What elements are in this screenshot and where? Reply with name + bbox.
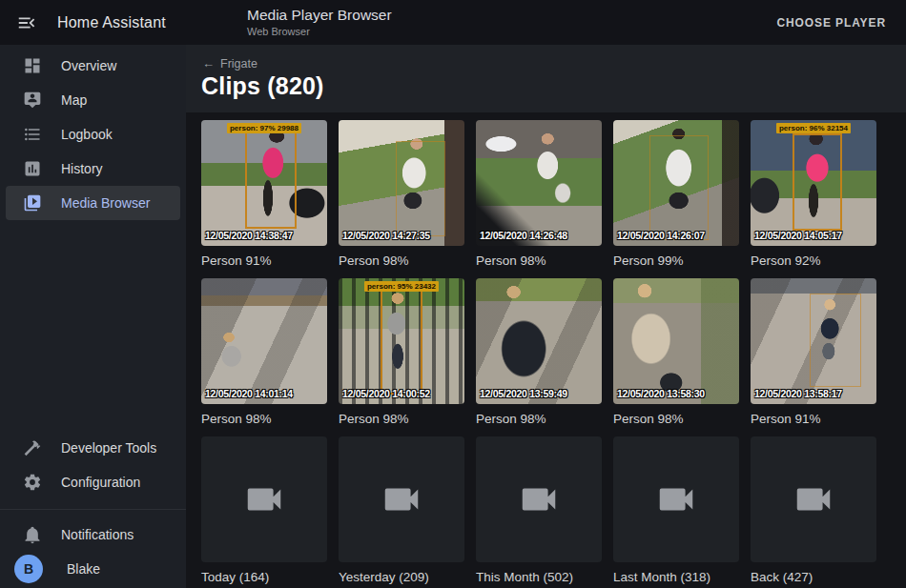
list-icon [23, 125, 42, 144]
sidebar-item-configuration[interactable]: Configuration [6, 465, 180, 499]
sidebar-item-label: Map [61, 92, 87, 108]
folder-card-last-month[interactable]: Last Month (318) [613, 436, 739, 588]
sidebar-item-logbook[interactable]: Logbook [6, 117, 180, 152]
clip-card[interactable]: person: 97% 29988 12/05/2020 14:38:47 Pe… [201, 120, 327, 278]
clip-card[interactable]: 12/05/2020 14:26:48 Person 98% [476, 120, 602, 278]
clip-thumbnail: 12/05/2020 14:26:48 [476, 120, 602, 246]
clip-thumbnail: 12/05/2020 13:59:49 [476, 278, 602, 404]
clip-card[interactable]: 12/05/2020 13:58:17 Person 91% [751, 278, 876, 436]
sidebar-item-label: Configuration [61, 475, 140, 490]
clip-timestamp: 12/05/2020 14:05:17 [754, 230, 842, 241]
clip-label: Person 99% [613, 253, 739, 268]
clip-timestamp: 12/05/2020 13:58:30 [617, 388, 705, 399]
video-camera-icon [517, 477, 561, 521]
user-avatar: B [14, 555, 43, 583]
clip-timestamp: 12/05/2020 14:26:48 [480, 230, 567, 241]
header-title: Media Player Browser [247, 7, 392, 24]
clip-card[interactable]: person: 95% 23432 12/05/2020 14:00:52 Pe… [339, 278, 464, 436]
clip-card[interactable]: 12/05/2020 14:01:14 Person 98% [201, 278, 327, 436]
folder-thumbnail [613, 436, 739, 562]
clip-thumbnail: person: 96% 32154 12/05/2020 14:05:17 [751, 120, 876, 246]
folder-thumbnail [751, 436, 876, 562]
clip-card[interactable]: 12/05/2020 14:27:35 Person 98% [339, 120, 464, 278]
sidebar-item-history[interactable]: History [6, 152, 180, 186]
clip-timestamp: 12/05/2020 14:01:14 [205, 388, 293, 399]
page-title: Clips (820) [201, 72, 324, 100]
clip-card[interactable]: 12/05/2020 13:58:30 Person 98% [613, 278, 739, 436]
gear-icon [23, 473, 42, 492]
bell-icon [23, 525, 42, 544]
video-camera-icon [792, 477, 835, 521]
detection-chip: person: 97% 29988 [227, 123, 301, 133]
folder-card-today[interactable]: Today (164) [201, 436, 327, 588]
clip-label: Person 91% [751, 412, 876, 426]
clip-label: Person 98% [339, 412, 464, 426]
sidebar-item-map[interactable]: Map [6, 83, 180, 117]
home-assistant-app: Home Assistant Media Player Browser Web … [0, 0, 906, 588]
video-camera-icon [380, 477, 423, 521]
chart-icon [23, 159, 42, 178]
folder-card-yesterday[interactable]: Yesterday (209) [339, 436, 464, 588]
menu-open-icon[interactable] [13, 10, 40, 36]
media-grid-area: person: 97% 29988 12/05/2020 14:38:47 Pe… [186, 112, 906, 588]
sidebar-item-profile[interactable]: B Blake [6, 552, 180, 586]
clip-timestamp: 12/05/2020 14:38:47 [205, 230, 293, 241]
clip-thumbnail: person: 97% 29988 12/05/2020 14:38:47 [201, 120, 327, 246]
sidebar-item-label: Overview [61, 58, 116, 73]
clip-label: Person 98% [201, 412, 327, 426]
clip-thumbnail: 12/05/2020 13:58:17 [751, 278, 876, 404]
detection-bbox [245, 128, 297, 229]
clip-timestamp: 12/05/2020 13:58:17 [754, 388, 842, 399]
folder-thumbnail [476, 436, 602, 562]
folder-thumbnail [201, 436, 327, 562]
clip-card[interactable]: 12/05/2020 14:26:07 Person 99% [613, 120, 739, 278]
sidebar-item-media-browser[interactable]: Media Browser [6, 186, 180, 220]
clip-card[interactable]: person: 96% 32154 12/05/2020 14:05:17 Pe… [751, 120, 876, 278]
detection-bbox [793, 133, 842, 231]
folder-label: Back (427) [751, 570, 876, 584]
folder-card-this-month[interactable]: This Month (502) [476, 436, 602, 588]
sidebar-item-notifications[interactable]: Notifications [6, 517, 180, 552]
folder-label: Yesterday (209) [339, 570, 464, 584]
back-arrow-icon: ← [202, 56, 215, 71]
detection-bbox [810, 294, 861, 387]
clip-timestamp: 12/05/2020 14:00:52 [342, 388, 430, 399]
detection-bbox [381, 290, 422, 395]
sidebar-item-developer-tools[interactable]: Developer Tools [6, 431, 180, 465]
choose-player-button[interactable]: CHOOSE PLAYER [771, 0, 892, 45]
clip-card[interactable]: 12/05/2020 13:59:49 Person 98% [476, 278, 602, 436]
breadcrumb-label: Frigate [220, 57, 257, 71]
breadcrumb-back-frigate[interactable]: ← Frigate [202, 56, 257, 71]
header-subtitle: Web Browser [247, 26, 392, 37]
sidebar-spacer [0, 220, 186, 431]
content-header: ← Frigate Clips (820) [186, 45, 906, 112]
clip-thumbnail: 12/05/2020 14:26:07 [613, 120, 739, 246]
profile-name: Blake [67, 561, 100, 577]
clip-timestamp: 12/05/2020 13:59:49 [480, 388, 567, 399]
sidebar-divider [0, 509, 186, 510]
sidebar-item-label: History [61, 161, 103, 176]
clip-label: Person 98% [339, 253, 464, 268]
clip-label: Person 98% [476, 253, 602, 268]
detection-bbox [649, 135, 709, 240]
sidebar-item-overview[interactable]: Overview [6, 49, 180, 83]
detection-chip: person: 95% 23432 [364, 281, 439, 292]
clip-thumbnail: person: 95% 23432 12/05/2020 14:00:52 [339, 278, 464, 404]
folder-label: Today (164) [201, 570, 327, 584]
top-app-bar: Home Assistant Media Player Browser Web … [0, 0, 906, 45]
video-camera-icon [242, 477, 286, 521]
clip-label: Person 98% [476, 412, 602, 426]
page-header-block: Media Player Browser Web Browser [247, 7, 392, 37]
folder-thumbnail [339, 436, 464, 562]
dashboard-icon [23, 56, 42, 75]
sidebar-item-label: Logbook [61, 127, 113, 142]
sidebar: Overview Map Logbook History Media Brows… [0, 45, 186, 588]
detection-bbox [396, 141, 445, 236]
folder-card-back[interactable]: Back (427) [751, 436, 876, 588]
detection-chip: person: 96% 32154 [776, 123, 851, 133]
clip-thumbnail: 12/05/2020 13:58:30 [613, 278, 739, 404]
clip-label: Person 91% [201, 253, 327, 268]
play-box-icon [23, 193, 42, 213]
sidebar-item-label: Media Browser [61, 195, 150, 211]
folder-label: This Month (502) [476, 570, 602, 584]
